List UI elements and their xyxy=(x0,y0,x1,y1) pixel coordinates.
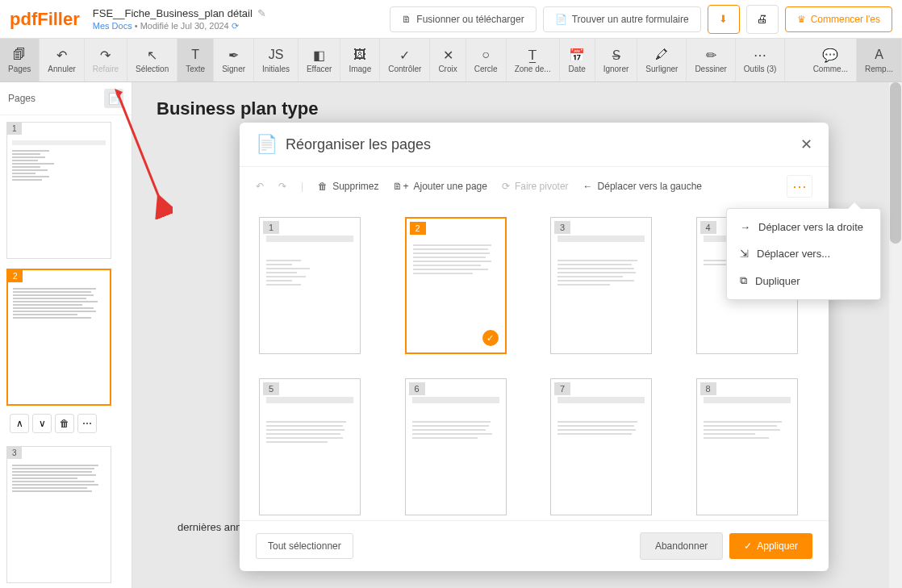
tool-comment[interactable]: 💬Comme... xyxy=(805,39,857,81)
image-icon: 🖼 xyxy=(353,47,366,63)
modal-toolbar: ↶ ↷ | 🗑Supprimez 🗎+Ajouter une page ⟳Fai… xyxy=(240,167,829,206)
tool-initials[interactable]: JSInitiales xyxy=(254,39,299,81)
modal-rotate[interactable]: ⟳Faire pivoter xyxy=(502,181,569,192)
document-info: FSE__Fiche_Business_plan détail ✎ Mes Do… xyxy=(93,7,266,31)
my-docs-link[interactable]: Mes Docs xyxy=(93,21,132,31)
scrollbar-thumb[interactable] xyxy=(890,82,901,244)
arrow-left-icon: ← xyxy=(583,181,593,192)
modal-title: 📄 Réorganiser les pages xyxy=(256,134,800,155)
selected-check-icon: ✓ xyxy=(482,330,499,346)
tool-text[interactable]: TTexte xyxy=(177,39,214,81)
gear-page-icon: 📄 xyxy=(107,93,120,105)
calendar-icon: 📅 xyxy=(569,47,585,63)
rotate-icon: ⟳ xyxy=(502,181,510,192)
rearrange-pages-button[interactable]: 📄 xyxy=(104,89,123,108)
tool-fill[interactable]: ARemp... xyxy=(857,39,902,81)
modal-redo[interactable]: ↷ xyxy=(278,181,286,192)
vertical-scrollbar[interactable] xyxy=(889,82,902,588)
tool-highlight[interactable]: 🖍Surligner xyxy=(637,39,687,81)
erase-icon: ◧ xyxy=(313,47,325,63)
tool-selection[interactable]: ↖Sélection xyxy=(127,39,177,81)
check-icon: ✓ xyxy=(744,540,752,552)
tool-check[interactable]: ✓Contrôler xyxy=(380,39,430,81)
tool-draw[interactable]: ✏Dessiner xyxy=(687,39,735,81)
add-page-icon: 🗎+ xyxy=(393,181,408,192)
modal-add-page[interactable]: 🗎+Ajouter une page xyxy=(393,181,486,192)
select-all-button[interactable]: Tout sélectionner xyxy=(256,533,353,559)
tool-tools[interactable]: ⋯Outils (3) xyxy=(736,39,786,81)
pages-icon: 🗐 xyxy=(13,47,26,63)
duplicate-icon: ⧉ xyxy=(740,274,747,287)
document-title[interactable]: FSE__Fiche_Business_plan détail xyxy=(93,7,253,19)
comment-icon: 💬 xyxy=(822,47,838,63)
print-button[interactable]: 🖨 xyxy=(746,5,779,34)
dropdown-duplicate[interactable]: ⧉Dupliquer xyxy=(727,267,880,294)
thumb-actions: ∧ ∨ 🗑 ⋯ xyxy=(6,411,125,436)
tool-date[interactable]: 📅Date xyxy=(560,39,595,81)
tool-undo[interactable]: ↶Annuler xyxy=(40,39,84,81)
edit-title-icon[interactable]: ✎ xyxy=(257,7,266,19)
move-down-button[interactable]: ∨ xyxy=(32,414,52,433)
merge-download-button[interactable]: 🗎 Fusionner ou télécharger xyxy=(390,6,536,32)
tool-zone[interactable]: T̲Zone de... xyxy=(507,39,560,81)
initials-icon: JS xyxy=(269,47,284,63)
start-trial-button[interactable]: ♛ Commencer l'es xyxy=(785,6,892,32)
cursor-icon: ↖ xyxy=(147,47,157,63)
pages-sidebar: Pages 📄 1 2 ∧ ∨ 🗑 ⋯ xyxy=(0,82,132,588)
modal-more-button[interactable]: ⋯ xyxy=(787,175,812,198)
strikeout-icon: S̶ xyxy=(612,47,620,63)
close-modal-button[interactable]: ✕ xyxy=(800,136,812,153)
tool-erase[interactable]: ◧Effacer xyxy=(299,39,341,81)
modal-thumb[interactable]: 1 xyxy=(259,217,361,354)
tool-cross[interactable]: ✕Croix xyxy=(430,39,466,81)
more-actions-button[interactable]: ⋯ xyxy=(77,414,97,433)
tool-image[interactable]: 🖼Image xyxy=(340,39,380,81)
document-title-row: FSE__Fiche_Business_plan détail ✎ xyxy=(93,7,266,19)
modal-thumb[interactable]: 8 xyxy=(696,378,798,515)
download-button[interactable]: ⬇ xyxy=(708,5,740,34)
move-up-button[interactable]: ∧ xyxy=(10,414,29,433)
sidebar-thumb[interactable]: 2 ∧ ∨ 🗑 ⋯ xyxy=(6,269,125,436)
modal-delete[interactable]: 🗑Supprimez xyxy=(318,181,378,192)
main-toolbar: 🗐Pages ↶Annuler ↷Refaire ↖Sélection TTex… xyxy=(0,39,902,82)
modal-footer: Tout sélectionner Abandonner ✓Appliquer xyxy=(240,520,829,571)
textbox-icon: T̲ xyxy=(528,47,537,63)
dropdown-move-to[interactable]: ⇲Déplacer vers... xyxy=(727,240,880,267)
modal-move-left[interactable]: ←Déplacer vers la gauche xyxy=(583,181,702,192)
check-icon: ✓ xyxy=(399,47,410,63)
modified-date: Modifié le Jul 30, 2024 xyxy=(140,21,229,31)
move-to-icon: ⇲ xyxy=(740,248,749,260)
tool-circle[interactable]: ○Cercle xyxy=(466,39,507,81)
dropdown-move-right[interactable]: →Déplacer vers la droite xyxy=(727,214,880,240)
sidebar-thumbnails[interactable]: 1 2 ∧ ∨ 🗑 ⋯ 3 xyxy=(0,115,132,588)
history-icon[interactable]: ⟳ xyxy=(232,21,239,31)
tool-ignore[interactable]: S̶Ignorer xyxy=(595,39,638,81)
modal-undo[interactable]: ↶ xyxy=(256,181,264,192)
redo-icon: ↷ xyxy=(278,181,286,192)
apply-button[interactable]: ✓Appliquer xyxy=(729,533,812,559)
modal-thumb[interactable]: 6 xyxy=(405,378,507,515)
modal-thumb[interactable]: 2✓ xyxy=(405,217,507,354)
cancel-button[interactable]: Abandonner xyxy=(640,532,723,560)
undo-icon: ↶ xyxy=(56,47,67,63)
more-actions-dropdown: →Déplacer vers la droite ⇲Déplacer vers.… xyxy=(726,208,881,300)
sidebar-title: Pages xyxy=(8,93,35,104)
pencil-icon: ✏ xyxy=(706,47,716,63)
modal-thumb[interactable]: 3 xyxy=(550,217,652,354)
tool-pages[interactable]: 🗐Pages xyxy=(0,39,40,81)
more-tools-icon: ⋯ xyxy=(754,47,766,63)
fill-icon: A xyxy=(875,47,883,63)
trash-icon: 🗑 xyxy=(318,181,328,192)
tool-redo[interactable]: ↷Refaire xyxy=(85,39,127,81)
tool-sign[interactable]: ✒Signer xyxy=(214,39,254,81)
sidebar-thumb[interactable]: 3 xyxy=(6,446,125,583)
sidebar-thumb[interactable]: 1 xyxy=(6,122,125,259)
document-heading: Business plan type xyxy=(157,98,878,119)
cross-icon: ✕ xyxy=(443,47,453,63)
delete-page-button[interactable]: 🗑 xyxy=(55,414,74,433)
modal-thumb[interactable]: 7 xyxy=(550,378,652,515)
find-form-button[interactable]: 📄 Trouver un autre formulaire xyxy=(543,6,701,32)
ellipsis-icon: ⋯ xyxy=(792,177,807,195)
modal-header: 📄 Réorganiser les pages ✕ xyxy=(240,123,829,167)
modal-thumb[interactable]: 5 xyxy=(259,378,361,515)
